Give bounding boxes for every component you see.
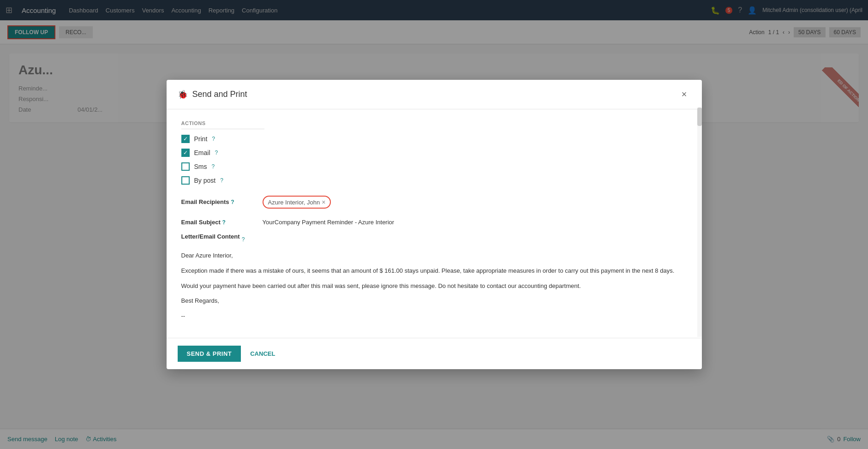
modal-scrollbar-thumb[interactable] (697, 108, 702, 126)
actions-section-label: ACTIONS (181, 120, 264, 129)
modal-close-button[interactable]: × (678, 87, 691, 102)
email-subject-value[interactable]: YourCompany Payment Reminder - Azure Int… (263, 216, 687, 226)
modal-bug-icon: 🐞 (178, 90, 188, 100)
bypost-checkbox[interactable] (181, 176, 190, 185)
recipient-name: Azure Interior, John (268, 199, 320, 206)
cancel-button[interactable]: CANCEL (246, 346, 279, 362)
email-checkbox[interactable]: ✓ (181, 149, 190, 157)
letter-content-section: Letter/Email Content ? Dear Azure Interi… (181, 233, 687, 321)
recipient-tag: Azure Interior, John × (268, 198, 326, 206)
form-section: Email Recipients ? Azure Interior, John … (181, 196, 687, 321)
print-checkbox[interactable]: ✓ (181, 135, 190, 143)
sms-label: Sms (194, 163, 207, 170)
sms-action-row: Sms ? (181, 162, 687, 171)
email-action-row: ✓ Email ? (181, 149, 687, 157)
email-label: Email (194, 149, 210, 156)
print-action-row: ✓ Print ? (181, 135, 687, 143)
print-help-icon[interactable]: ? (212, 136, 215, 142)
email-check-icon: ✓ (183, 150, 188, 156)
email-recipients-field[interactable]: Azure Interior, John × (263, 196, 331, 209)
modal-title: Send and Print (192, 90, 673, 99)
letter-line2: Exception made if there was a mistake of… (181, 266, 687, 276)
letter-line5: -- (181, 311, 687, 321)
send-print-button[interactable]: SEND & PRINT (178, 346, 241, 362)
letter-content-label: Letter/Email Content (181, 233, 240, 240)
letter-content-header: Letter/Email Content ? (181, 233, 687, 245)
print-label: Print (194, 135, 208, 143)
letter-line4: Best Regards, (181, 296, 687, 306)
sms-checkbox[interactable] (181, 162, 190, 171)
email-help-icon[interactable]: ? (215, 150, 218, 156)
bypost-help-icon[interactable]: ? (220, 177, 223, 184)
subject-help-icon[interactable]: ? (222, 219, 225, 226)
recipients-help-icon[interactable]: ? (231, 199, 234, 205)
bypost-label: By post (194, 177, 216, 184)
bypost-action-row: By post ? (181, 176, 687, 185)
letter-line3: Would your payment have been carried out… (181, 281, 687, 291)
modal-header: 🐞 Send and Print × (167, 80, 702, 109)
email-subject-row: Email Subject ? YourCompany Payment Remi… (181, 216, 687, 226)
email-recipients-row: Email Recipients ? Azure Interior, John … (181, 196, 687, 209)
letter-body: Dear Azure Interior, Exception made if t… (181, 251, 687, 321)
letter-line1: Dear Azure Interior, (181, 251, 687, 261)
print-check-icon: ✓ (183, 136, 188, 142)
recipient-remove-icon[interactable]: × (322, 198, 325, 206)
modal-overlay: 🐞 Send and Print × ACTIONS ✓ Print ? ✓ E (0, 0, 868, 449)
email-recipients-label: Email Recipients ? (181, 196, 255, 205)
email-subject-label: Email Subject ? (181, 216, 255, 226)
modal-scrollbar-track[interactable] (697, 108, 702, 337)
sms-help-icon[interactable]: ? (212, 163, 215, 170)
modal-footer: SEND & PRINT CANCEL (167, 338, 702, 369)
send-print-modal: 🐞 Send and Print × ACTIONS ✓ Print ? ✓ E (167, 80, 702, 369)
modal-body: ACTIONS ✓ Print ? ✓ Email ? (167, 109, 702, 338)
letter-help-icon[interactable]: ? (242, 236, 245, 243)
